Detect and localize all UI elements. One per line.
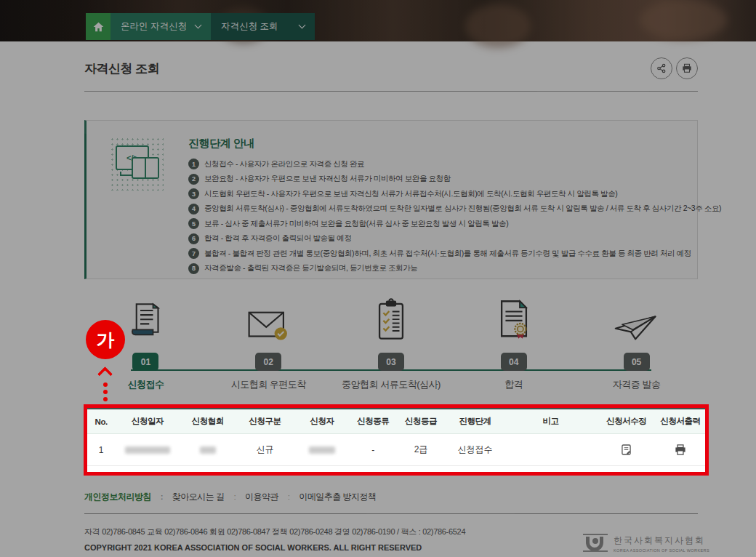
cell-print [656, 434, 705, 466]
col-remark: 비고 [504, 409, 598, 434]
col-stage: 진행단계 [446, 409, 504, 434]
col-print: 신청서출력 [656, 409, 705, 434]
cell-remark [504, 434, 598, 466]
table-header-row: No. 신청일자 신청협회 신청구분 신청자 신청종류 신청등급 진행단계 비고… [87, 409, 705, 434]
qualification-inquiry-page: 온라인 자격신청 자격신청 조회 자격신청 조회 [0, 0, 756, 557]
cell-apply-kind: - [350, 434, 396, 466]
cell-apply-date-redacted [115, 434, 180, 466]
print-application-icon[interactable] [675, 444, 686, 455]
cell-no: 1 [87, 434, 115, 466]
application-table: No. 신청일자 신청협회 신청구분 신청자 신청종류 신청등급 진행단계 비고… [87, 408, 705, 466]
table-row: 1 신규 - 2급 신청접수 [87, 434, 705, 466]
annotation-arrow-dot [103, 390, 108, 394]
annotation-arrow-dot [103, 397, 108, 401]
col-association: 신청협회 [180, 409, 236, 434]
col-apply-kind: 신청종류 [350, 409, 396, 434]
annotation-ga-marker: 가 [86, 320, 125, 359]
col-edit: 신청서수정 [597, 409, 656, 434]
col-applicant: 신청자 [294, 409, 350, 434]
cell-association-redacted [180, 434, 236, 466]
edit-application-icon[interactable] [622, 444, 631, 455]
col-grade: 신청등급 [396, 409, 446, 434]
col-no: No. [87, 409, 115, 434]
cell-grade: 2급 [396, 434, 446, 466]
cell-stage: 신청접수 [446, 434, 504, 466]
col-apply-date: 신청일자 [115, 409, 180, 434]
col-apply-type: 신청구분 [236, 409, 294, 434]
cell-apply-type: 신규 [236, 434, 294, 466]
cell-applicant-redacted [294, 434, 350, 466]
application-table-highlight: No. 신청일자 신청협회 신청구분 신청자 신청종류 신청등급 진행단계 비고… [84, 404, 709, 476]
annotation-arrow-dot [103, 382, 108, 387]
cell-edit [597, 434, 656, 466]
